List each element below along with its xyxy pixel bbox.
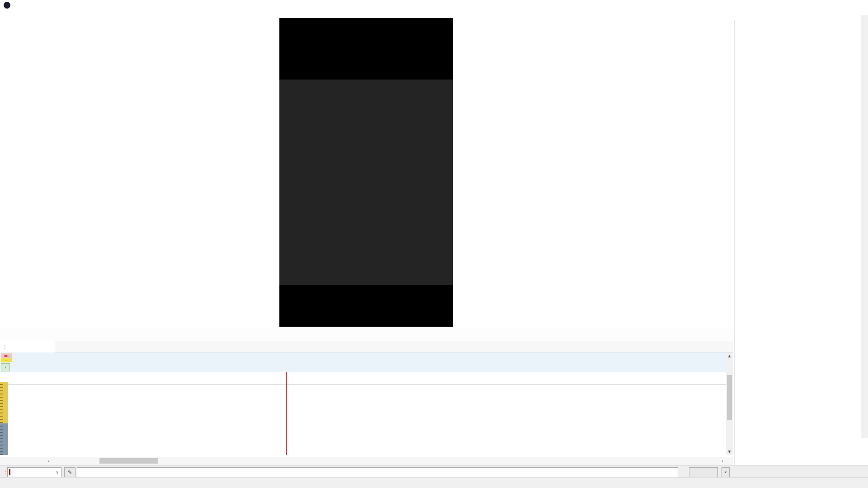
drag-handle-icon: ⋮ (3, 344, 7, 349)
scroll-thumb[interactable] (727, 375, 732, 420)
video-preview (279, 18, 453, 327)
timeline-layers (0, 385, 733, 455)
yellow-indicator-chip[interactable]: – (1, 358, 12, 362)
add-button[interactable] (689, 467, 718, 477)
preview-daw-frame (279, 80, 453, 285)
scroll-up-icon[interactable]: ▲ (726, 353, 733, 358)
scroll-down-icon[interactable]: ▼ (726, 449, 733, 454)
tab-main[interactable]: ⋮ (0, 341, 55, 352)
green-indicator-chip[interactable]: ⋮ (1, 363, 10, 371)
panel-divider (734, 20, 735, 465)
quick-input-bar: ⋮ ∨ ✎ ∨ (0, 465, 868, 477)
layer-marker-strip-top[interactable] (0, 382, 8, 423)
input-expand-button[interactable]: ∨ (722, 467, 730, 477)
app-logo-icon (4, 2, 10, 9)
scroll-left-icon[interactable]: ‹ (45, 459, 52, 464)
timeline-ruler[interactable] (0, 372, 733, 385)
timeline-tab-bar: ⋮ (0, 341, 733, 352)
character-color-bar (9, 469, 10, 475)
edit-character-button[interactable]: ✎ (64, 467, 75, 477)
title-bar (0, 0, 868, 10)
scroll-right-icon[interactable]: › (719, 459, 726, 464)
playback-controls (0, 327, 733, 341)
timeline-toolbar-1 (14, 352, 728, 362)
timeline-toolbar-2 (14, 362, 728, 372)
add-tab-button[interactable] (58, 343, 66, 351)
layer-marker-strip-bottom[interactable] (0, 423, 8, 455)
properties-scrollbar[interactable] (861, 15, 868, 438)
scroll-thumb[interactable] (99, 458, 158, 464)
serif-quick-input[interactable] (77, 467, 678, 477)
playhead[interactable] (286, 372, 287, 455)
chevron-down-icon: ∨ (56, 470, 59, 474)
character-select[interactable]: ∨ (7, 467, 61, 477)
db-indicator-chip[interactable]: dB (1, 353, 12, 358)
status-bar (0, 477, 868, 488)
timeline-vertical-scrollbar[interactable]: ▲ ▼ (726, 352, 733, 455)
timeline-horizontal-scrollbar[interactable]: ‹ › (0, 457, 733, 465)
app-window: ⋮ dB – ⋮ ▲ ▼ ‹ › ⋮ ∨ ✎ ∨ (0, 0, 868, 488)
